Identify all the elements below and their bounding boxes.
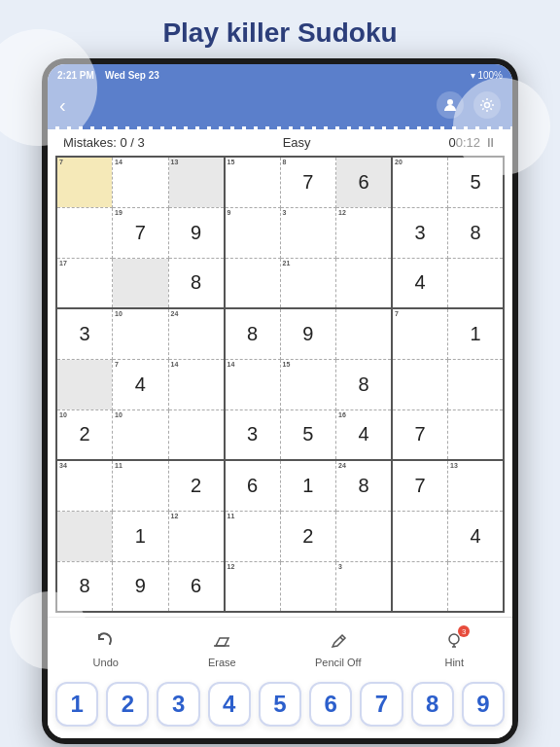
toolbar-item-erase[interactable]: Erase bbox=[192, 627, 251, 668]
cell-r6-c0[interactable]: 34 bbox=[56, 460, 113, 511]
cell-r4-c3[interactable]: 14 bbox=[225, 359, 281, 409]
cell-r3-c3[interactable]: 8 bbox=[225, 308, 281, 359]
cell-r5-c3[interactable]: 3 bbox=[225, 409, 281, 460]
cell-value: 6 bbox=[191, 575, 201, 596]
cell-r3-c2[interactable]: 24 bbox=[168, 308, 225, 359]
cell-r0-c6[interactable]: 20 bbox=[392, 157, 448, 207]
number-button-7[interactable]: 7 bbox=[360, 682, 402, 727]
cell-r3-c0[interactable]: 3 bbox=[56, 308, 113, 359]
cell-r7-c0[interactable] bbox=[56, 511, 113, 561]
cell-value: 9 bbox=[135, 575, 146, 596]
cell-r4-c0[interactable] bbox=[56, 359, 113, 409]
cell-r0-c3[interactable]: 15 bbox=[225, 157, 281, 207]
cell-value: 5 bbox=[470, 171, 480, 193]
cell-r7-c6[interactable] bbox=[392, 511, 448, 561]
cell-r2-c2[interactable]: 8 bbox=[168, 258, 225, 308]
cell-r7-c1[interactable]: 1 bbox=[113, 511, 169, 561]
cell-r6-c1[interactable]: 11 bbox=[113, 460, 169, 511]
number-button-8[interactable]: 8 bbox=[411, 682, 454, 727]
cell-r6-c6[interactable]: 7 bbox=[392, 460, 448, 511]
cell-r4-c1[interactable]: 74 bbox=[113, 359, 169, 409]
cell-r6-c3[interactable]: 6 bbox=[225, 460, 281, 511]
number-button-3[interactable]: 3 bbox=[157, 682, 199, 727]
cell-r2-c3[interactable] bbox=[225, 258, 281, 308]
cell-r7-c2[interactable]: 12 bbox=[168, 511, 225, 561]
cell-r6-c2[interactable]: 2 bbox=[168, 460, 225, 511]
cell-r1-c4[interactable]: 3 bbox=[280, 207, 336, 258]
cell-r8-c1[interactable]: 9 bbox=[113, 561, 169, 612]
mistakes-label: Mistakes: 0 / 3 bbox=[63, 135, 145, 150]
cell-value: 8 bbox=[358, 475, 368, 496]
cell-r3-c4[interactable]: 9 bbox=[280, 308, 336, 359]
cell-value: 8 bbox=[247, 323, 258, 344]
number-button-4[interactable]: 4 bbox=[208, 682, 251, 727]
cell-r7-c7[interactable]: 4 bbox=[448, 511, 505, 561]
cell-r0-c2[interactable]: 13 bbox=[168, 157, 225, 207]
number-button-9[interactable]: 9 bbox=[462, 682, 505, 727]
cell-r1-c6[interactable]: 3 bbox=[392, 207, 448, 258]
cell-r4-c5[interactable]: 8 bbox=[336, 359, 393, 409]
cell-r4-c6[interactable] bbox=[392, 359, 448, 409]
number-button-1[interactable]: 1 bbox=[55, 682, 98, 727]
number-button-6[interactable]: 6 bbox=[309, 682, 352, 727]
cell-value: 2 bbox=[302, 525, 313, 547]
cell-r3-c6[interactable]: 7 bbox=[392, 308, 448, 359]
cell-r8-c5[interactable]: 3 bbox=[336, 561, 393, 612]
difficulty-label: Easy bbox=[283, 135, 311, 150]
cell-value: 2 bbox=[79, 423, 89, 445]
pencil-icon bbox=[325, 627, 352, 655]
cell-r2-c1[interactable] bbox=[113, 258, 169, 308]
cell-r2-c4[interactable]: 21 bbox=[280, 258, 336, 308]
cell-r8-c2[interactable]: 6 bbox=[168, 561, 225, 612]
cell-value: 7 bbox=[414, 475, 425, 496]
cell-r8-c0[interactable]: 8 bbox=[56, 561, 113, 612]
cell-r5-c5[interactable]: 164 bbox=[336, 409, 393, 460]
cell-r3-c1[interactable]: 10 bbox=[113, 308, 169, 359]
cell-r5-c2[interactable] bbox=[168, 409, 225, 460]
cell-r0-c0[interactable]: 7 bbox=[56, 157, 113, 207]
cell-r5-c4[interactable]: 5 bbox=[280, 409, 336, 460]
cell-r0-c7[interactable]: 5 bbox=[448, 157, 505, 207]
cell-r0-c1[interactable]: 14 bbox=[113, 157, 169, 207]
cell-r1-c2[interactable]: 9 bbox=[168, 207, 225, 258]
cell-r6-c4[interactable]: 1 bbox=[280, 460, 336, 511]
number-button-2[interactable]: 2 bbox=[106, 682, 149, 727]
cell-r1-c3[interactable]: 9 bbox=[225, 207, 281, 258]
cell-r1-c1[interactable]: 197 bbox=[113, 207, 169, 258]
cell-r5-c0[interactable]: 102 bbox=[56, 409, 113, 460]
cell-r7-c4[interactable]: 2 bbox=[280, 511, 336, 561]
cell-r1-c7[interactable]: 8 bbox=[448, 207, 505, 258]
cell-r4-c2[interactable]: 14 bbox=[168, 359, 225, 409]
sudoku-grid: 7141315876205197993123817821431024897174… bbox=[55, 156, 505, 613]
cell-r5-c7[interactable] bbox=[448, 409, 505, 460]
cell-r3-c5[interactable] bbox=[336, 308, 393, 359]
toolbar-item-hint[interactable]: 3Hint bbox=[425, 627, 483, 668]
cell-r1-c0[interactable] bbox=[56, 207, 113, 258]
cell-r7-c5[interactable] bbox=[336, 511, 393, 561]
cell-r3-c7[interactable]: 1 bbox=[448, 308, 505, 359]
cell-r2-c7[interactable] bbox=[448, 258, 505, 308]
cell-value: 5 bbox=[302, 423, 313, 445]
cell-r2-c6[interactable]: 4 bbox=[392, 258, 448, 308]
cell-r8-c4[interactable] bbox=[280, 561, 336, 612]
cell-r4-c7[interactable] bbox=[448, 359, 505, 409]
cell-r8-c7[interactable] bbox=[448, 561, 505, 612]
number-button-5[interactable]: 5 bbox=[259, 682, 301, 727]
cell-r5-c6[interactable]: 7 bbox=[392, 409, 448, 460]
cell-r8-c6[interactable] bbox=[392, 561, 448, 612]
cell-r6-c5[interactable]: 248 bbox=[336, 460, 393, 511]
cell-r6-c7[interactable]: 13 bbox=[448, 460, 505, 511]
cell-r7-c3[interactable]: 11 bbox=[225, 511, 281, 561]
cell-r8-c3[interactable]: 12 bbox=[225, 561, 281, 612]
cell-r0-c4[interactable]: 87 bbox=[280, 157, 336, 207]
device-frame: 2:21 PM Wed Sep 23 ▾ 100% ‹ bbox=[42, 58, 518, 744]
cell-r5-c1[interactable]: 10 bbox=[113, 409, 169, 460]
cell-r2-c0[interactable]: 17 bbox=[56, 258, 113, 308]
toolbar-item-pencil[interactable]: Pencil Off bbox=[309, 627, 368, 668]
cell-r2-c5[interactable] bbox=[336, 258, 393, 308]
cell-value: 8 bbox=[191, 271, 201, 293]
cell-r1-c5[interactable]: 12 bbox=[336, 207, 393, 258]
cell-r4-c4[interactable]: 15 bbox=[280, 359, 336, 409]
cell-r0-c5[interactable]: 6 bbox=[336, 157, 393, 207]
svg-point-0 bbox=[447, 99, 453, 105]
